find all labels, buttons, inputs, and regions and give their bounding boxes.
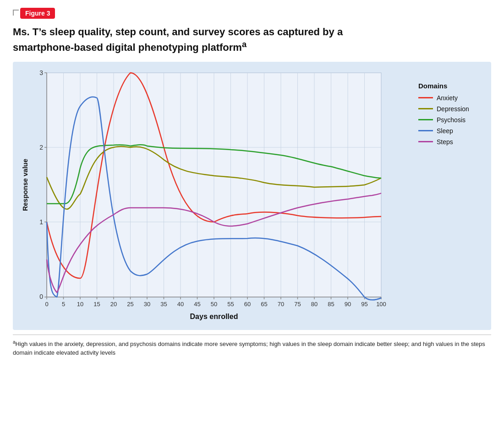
- svg-text:100: 100: [376, 301, 386, 308]
- legend-item-sleep: Sleep: [418, 127, 485, 135]
- steps-legend-line: [418, 141, 433, 142]
- svg-text:60: 60: [244, 301, 251, 308]
- svg-text:30: 30: [144, 301, 150, 308]
- sleep-label: Sleep: [437, 127, 453, 135]
- svg-text:65: 65: [261, 301, 267, 308]
- legend-item-psychosis: Psychosis: [418, 116, 485, 124]
- footnote: aHigh values in the anxiety, depression,…: [13, 335, 491, 357]
- figure-title: Ms. T’s sleep quality, step count, and s…: [13, 26, 370, 54]
- svg-text:70: 70: [278, 301, 284, 308]
- sleep-legend-line: [418, 130, 433, 131]
- svg-text:50: 50: [211, 301, 217, 308]
- svg-text:3: 3: [39, 69, 43, 76]
- depression-legend-line: [418, 108, 433, 109]
- anxiety-legend-line: [418, 97, 433, 98]
- svg-text:95: 95: [361, 301, 367, 308]
- corner-bracket: [13, 10, 19, 16]
- svg-text:0: 0: [39, 293, 43, 300]
- svg-text:2: 2: [39, 144, 43, 151]
- psychosis-legend-line: [418, 119, 433, 120]
- svg-text:75: 75: [294, 301, 301, 308]
- figure-label: Figure 3: [21, 8, 55, 18]
- psychosis-label: Psychosis: [437, 116, 466, 124]
- svg-text:25: 25: [127, 301, 133, 308]
- x-axis-label: Days enrolled: [190, 313, 238, 320]
- svg-text:45: 45: [194, 301, 200, 308]
- legend-item-depression: Depression: [418, 105, 485, 113]
- steps-label: Steps: [437, 138, 453, 146]
- svg-text:40: 40: [177, 301, 184, 308]
- chart-container: 0 1 2 3 0 5 10 15: [13, 62, 491, 330]
- legend-title: Domains: [418, 82, 485, 90]
- anxiety-label: Anxiety: [437, 94, 458, 102]
- svg-text:85: 85: [328, 301, 334, 308]
- svg-text:10: 10: [77, 301, 83, 308]
- legend-item-steps: Steps: [418, 138, 485, 146]
- svg-text:35: 35: [160, 301, 167, 308]
- svg-text:20: 20: [110, 301, 117, 308]
- svg-text:55: 55: [227, 301, 234, 308]
- chart-area: 0 1 2 3 0 5 10 15: [19, 68, 414, 324]
- y-axis-label: Response value: [21, 158, 29, 211]
- depression-label: Depression: [437, 105, 469, 113]
- svg-text:90: 90: [345, 301, 351, 308]
- svg-text:5: 5: [62, 301, 65, 308]
- page: Figure 3 Ms. T’s sleep quality, step cou…: [0, 0, 504, 427]
- svg-text:0: 0: [45, 301, 48, 308]
- legend-item-anxiety: Anxiety: [418, 94, 485, 102]
- svg-text:80: 80: [311, 301, 318, 308]
- svg-text:1: 1: [39, 218, 43, 226]
- legend: Domains Anxiety Depression Psychosis Sle…: [418, 68, 485, 149]
- svg-text:15: 15: [93, 301, 100, 308]
- chart-svg: 0 1 2 3 0 5 10 15: [19, 68, 395, 324]
